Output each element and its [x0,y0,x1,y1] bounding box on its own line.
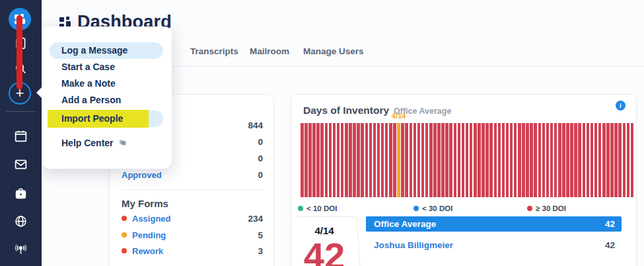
doi-bar[interactable] [466,123,469,197]
doi-bar[interactable] [433,123,437,197]
doi-bar[interactable] [337,123,340,197]
doi-bar[interactable] [449,123,452,197]
doi-bar[interactable] [365,123,369,197]
doi-bar[interactable] [377,123,380,197]
doi-bar[interactable] [462,123,465,197]
doi-bar[interactable] [590,123,594,197]
doi-bar[interactable] [333,123,336,197]
doi-bar[interactable] [606,123,610,197]
doi-bar[interactable] [401,123,404,197]
doi-bar[interactable] [558,123,561,197]
doi-bar[interactable] [381,123,384,197]
doi-bar-highlight[interactable] [397,123,400,197]
doi-bar[interactable] [393,123,396,197]
doi-bar[interactable] [578,123,581,197]
doi-bar[interactable] [441,123,445,197]
roster-name-link[interactable]: Joshua Billigmeier [374,240,453,250]
menu-item-add-a-person[interactable]: Add a Person [42,92,172,109]
doi-bar[interactable] [425,123,429,197]
doi-bar[interactable] [506,123,509,197]
doi-bar[interactable] [353,123,356,197]
tab-manage-users[interactable]: Manage Users [303,46,364,56]
doi-bar[interactable] [562,123,565,197]
briefcase-icon[interactable] [14,187,28,200]
doi-bar[interactable] [602,123,606,197]
doi-bar[interactable] [554,123,557,197]
doi-bar[interactable] [417,123,421,197]
doi-bar[interactable] [413,123,417,197]
doi-bar[interactable] [361,123,364,197]
doi-bar[interactable] [494,123,497,197]
pending-link[interactable]: Pending [132,230,258,240]
menu-item-log-a-message[interactable]: Log a Message [42,42,172,59]
doi-bar[interactable] [566,123,569,197]
menu-item-import-people[interactable]: Import People [42,111,172,127]
doi-bar[interactable] [373,123,376,197]
doi-bar[interactable] [325,123,328,197]
doi-bar[interactable] [546,123,550,197]
doi-bar[interactable] [610,123,614,197]
doi-bar[interactable] [445,123,448,197]
selected-date-panel[interactable]: 4/14 42 [293,216,356,266]
doi-bar[interactable] [538,123,542,197]
doi-bar[interactable] [530,123,533,197]
doi-bar[interactable] [598,123,602,197]
roster-row-office-average[interactable]: Office Average 42 [366,216,622,232]
broadcast-icon[interactable] [14,242,28,256]
doi-bar[interactable] [514,123,517,197]
doi-bar[interactable] [594,123,598,197]
doi-bar[interactable] [304,123,308,197]
doi-bar[interactable] [627,123,630,197]
doi-bar[interactable] [470,123,473,197]
doi-bar[interactable] [349,123,352,197]
assigned-link[interactable]: Assigned [132,214,248,224]
doi-bar[interactable] [583,123,586,197]
doi-bar[interactable] [341,123,344,197]
doi-bar[interactable] [482,123,485,197]
doi-bar[interactable] [316,123,320,197]
doi-bar[interactable] [308,123,312,197]
doi-bar[interactable] [522,123,525,197]
doi-bar[interactable] [502,123,505,197]
doi-bar[interactable] [389,123,392,197]
menu-item-help-center[interactable]: Help Center [42,135,172,152]
doi-bar[interactable] [570,123,573,197]
doi-bar[interactable] [510,123,513,197]
globe-icon[interactable] [14,214,28,228]
doi-bar[interactable] [518,123,521,197]
tab-transcripts[interactable]: Transcripts [190,46,238,56]
menu-item-make-a-note[interactable]: Make a Note [42,75,172,92]
menu-item-start-a-case[interactable]: Start a Case [42,59,172,75]
tab-mailroom[interactable]: Mailroom [250,46,289,56]
doi-bar[interactable] [526,123,529,197]
doi-bar[interactable] [498,123,501,197]
doi-bar[interactable] [301,123,304,197]
mail-icon[interactable] [14,157,28,171]
doi-bar[interactable] [421,123,425,197]
doi-bar[interactable] [587,123,590,197]
doi-bar[interactable] [542,123,546,197]
doi-bar[interactable] [369,123,373,197]
doi-bar[interactable] [357,123,360,197]
approved-link[interactable]: Approved [122,170,162,180]
doi-bar[interactable] [623,123,626,197]
info-icon[interactable]: i [616,101,626,111]
doi-bar[interactable] [410,123,413,197]
doi-bar[interactable] [429,123,433,197]
doi-bar[interactable] [454,123,457,197]
doi-bar[interactable] [489,123,493,197]
doi-bar[interactable] [618,123,622,197]
doi-bar[interactable] [312,123,316,197]
doi-bar[interactable] [329,123,332,197]
doi-bar[interactable] [574,123,577,197]
calendar-icon[interactable] [14,129,28,143]
doi-bar[interactable] [631,123,634,197]
doi-bar[interactable] [550,123,554,197]
doi-bar[interactable] [345,123,348,197]
doi-bar[interactable] [385,123,388,197]
doi-bar[interactable] [437,123,441,197]
doi-bar[interactable] [405,123,408,197]
doi-bar[interactable] [534,123,537,197]
roster-row-provider[interactable]: Joshua Billigmeier 42 [366,238,622,253]
doi-bar[interactable] [320,123,324,197]
